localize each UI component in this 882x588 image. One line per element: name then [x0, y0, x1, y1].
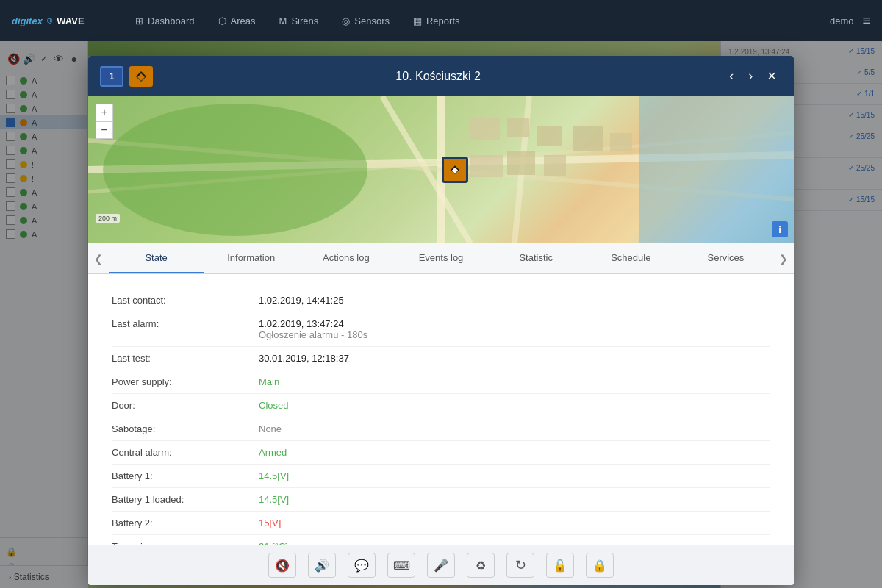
tab-events-log[interactable]: Events log: [393, 243, 488, 273]
svg-rect-15: [610, 133, 632, 151]
footer-mic-button[interactable]: 🎤: [427, 553, 455, 578]
footer-recycle-button[interactable]: ♻: [467, 553, 495, 578]
modal-badge: 1: [100, 66, 123, 87]
modal-content: Last contact: 1.02.2019, 14:41:25 Last a…: [88, 274, 794, 545]
unlock-icon: 🔓: [553, 559, 567, 573]
info-row-door: Door: Closed: [112, 394, 770, 417]
svg-rect-9: [507, 118, 529, 137]
reload-icon: ↻: [515, 557, 526, 573]
tab-statistic[interactable]: Statistic: [489, 243, 584, 273]
hamburger-icon[interactable]: ≡: [862, 13, 870, 29]
info-row-last-alarm: Last alarm: 1.02.2019, 13:47:24 Ogłoszen…: [112, 312, 770, 347]
nav-sensors[interactable]: ◎ Sensors: [331, 10, 400, 32]
keyboard-icon: ⌨: [393, 559, 410, 573]
modal-title: 10. Kościuszki 2: [153, 70, 723, 83]
mic-icon: 🎤: [434, 559, 448, 573]
info-row-battery1-loaded: Battery 1 loaded: 14.5[V]: [112, 488, 770, 512]
info-row-sabotage: Sabotage: None: [112, 417, 770, 441]
tab-actions-log[interactable]: Actions log: [298, 243, 393, 273]
footer-lock-button[interactable]: 🔒: [586, 553, 614, 578]
modal-map: + − 200 m i: [88, 96, 794, 243]
modal-footer: 🔇 🔊 💬 ⌨ 🎤 ♻ ↻: [88, 545, 794, 585]
brand-text: digitex: [12, 15, 43, 26]
footer-unlock-button[interactable]: 🔓: [546, 553, 574, 578]
areas-icon: ⬡: [218, 15, 226, 26]
brand-wave: WAVE: [57, 15, 84, 26]
footer-reload-button[interactable]: ↻: [506, 553, 534, 578]
scale-label: 200 m: [96, 214, 120, 223]
main-area: 🔇 🔊 ✓ 👁 ● A A A: [0, 41, 882, 588]
tab-state[interactable]: State: [109, 243, 204, 273]
lock-icon: 🔒: [592, 559, 607, 573]
info-row-central-alarm: Central alarm: Armed: [112, 441, 770, 465]
nav-areas[interactable]: ⬡ Areas: [208, 10, 266, 32]
brand: digitex® WAVE: [12, 15, 107, 26]
modal-next-button[interactable]: ›: [742, 65, 759, 87]
svg-rect-13: [544, 155, 566, 176]
info-row-power-supply: Power supply: Main: [112, 370, 770, 394]
map-info-button[interactable]: i: [772, 221, 788, 237]
modal-logo-icon: [129, 66, 153, 87]
tab-next-button[interactable]: ❯: [773, 245, 794, 272]
map-zoom-controls: + −: [96, 104, 113, 139]
svg-point-6: [103, 104, 368, 236]
modal-header-left: 1: [100, 66, 153, 87]
username: demo: [830, 15, 854, 26]
info-row-battery1: Battery 1: 14.5[V]: [112, 465, 770, 488]
nav-reports[interactable]: ▦ Reports: [403, 10, 470, 32]
modal-tabs: ❮ State Information Actions log Events l…: [88, 243, 794, 274]
dashboard-icon: ⊞: [135, 15, 143, 26]
modal-header: 1 10. Kościuszki 2 ‹ › ×: [88, 56, 794, 96]
state-info-table: Last contact: 1.02.2019, 14:41:25 Last a…: [112, 289, 770, 545]
svg-rect-12: [507, 151, 535, 175]
footer-keyboard-button[interactable]: ⌨: [387, 553, 415, 578]
mute-icon: 🔇: [275, 559, 290, 573]
svg-rect-8: [470, 118, 500, 140]
modal-close-button[interactable]: ×: [761, 65, 782, 87]
info-row-battery2: Battery 2: 15[V]: [112, 512, 770, 535]
tab-information[interactable]: Information: [204, 243, 298, 273]
modal-overlay: 1 10. Kościuszki 2 ‹ › ×: [0, 41, 882, 588]
sensors-icon: ◎: [342, 15, 350, 26]
nav-dashboard[interactable]: ⊞ Dashboard: [125, 10, 205, 32]
nav-items: ⊞ Dashboard ⬡ Areas M Sirens ◎ Sensors ▦…: [125, 10, 830, 32]
nav-sirens[interactable]: M Sirens: [269, 10, 329, 32]
svg-rect-14: [573, 126, 603, 151]
volume-icon: 🔊: [315, 559, 329, 573]
modal-dialog: 1 10. Kościuszki 2 ‹ › ×: [88, 56, 794, 585]
zoom-in-button[interactable]: +: [96, 104, 113, 121]
svg-rect-7: [639, 96, 794, 243]
map-marker: [442, 157, 468, 183]
svg-rect-11: [470, 155, 503, 177]
tab-schedule[interactable]: Schedule: [584, 243, 678, 273]
footer-mute-button[interactable]: 🔇: [268, 553, 296, 578]
map-placeholder: + − 200 m i: [88, 96, 794, 243]
tab-prev-button[interactable]: ❮: [88, 245, 109, 272]
tab-services[interactable]: Services: [678, 243, 773, 273]
message-icon: 💬: [354, 559, 369, 573]
recycle-icon: ♻: [476, 559, 486, 573]
modal-prev-button[interactable]: ‹: [723, 65, 739, 87]
zoom-out-button[interactable]: −: [96, 121, 113, 139]
top-nav: digitex® WAVE ⊞ Dashboard ⬡ Areas M Sire…: [0, 0, 882, 41]
reports-icon: ▦: [413, 15, 422, 26]
sirens-icon: M: [279, 15, 287, 26]
svg-rect-10: [537, 126, 562, 146]
nav-right: demo ≡: [830, 13, 870, 29]
footer-volume-button[interactable]: 🔊: [308, 553, 336, 578]
info-row-last-test: Last test: 30.01.2019, 12:18:37: [112, 347, 770, 370]
footer-message-button[interactable]: 💬: [348, 553, 376, 578]
info-row-temp-in: Temp. in: 21 [°C]: [112, 535, 770, 545]
info-row-last-contact: Last contact: 1.02.2019, 14:41:25: [112, 289, 770, 312]
